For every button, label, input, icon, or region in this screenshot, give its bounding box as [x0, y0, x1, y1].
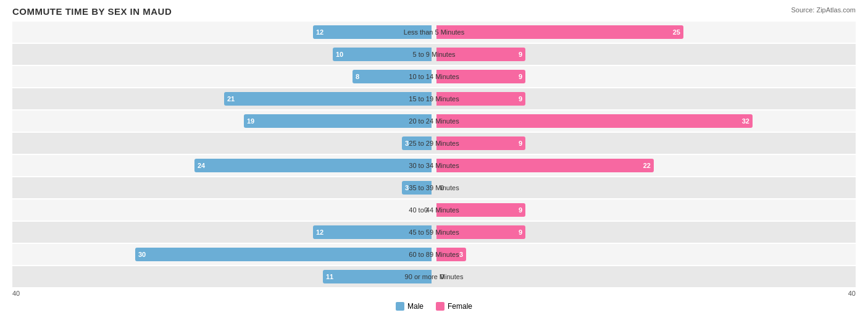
female-bar-section: 3 — [434, 244, 856, 265]
male-bar-section: 12 — [12, 222, 434, 243]
male-bar-value: 10 — [336, 51, 343, 58]
category-label: 90 or more Minutes — [405, 273, 464, 280]
male-bar-section: 12 — [12, 22, 434, 43]
male-bar: 21 — [224, 92, 432, 106]
female-bar-value: 3 — [459, 251, 463, 258]
male-bar-value: 21 — [227, 95, 235, 103]
male-bar: 30 — [135, 248, 432, 261]
female-bar-value: 9 — [519, 51, 522, 58]
legend-female-box — [436, 302, 444, 311]
female-bar-value: 22 — [643, 162, 651, 169]
axis-labels: 40 40 — [12, 290, 856, 297]
female-bar-section: 22 — [434, 155, 856, 176]
male-bar-section: 19 — [12, 111, 434, 132]
female-bar-section: 9 — [434, 222, 856, 243]
table-row: 325 to 29 Minutes9 — [12, 133, 856, 154]
category-label: 5 to 9 Minutes — [412, 51, 455, 58]
male-bar-section: 3 — [12, 133, 434, 154]
category-label: 40 to 44 Minutes — [409, 206, 459, 214]
female-bar-value: 9 — [519, 95, 522, 103]
male-bar-value: 3 — [405, 184, 409, 191]
bar-chart-rows: 12Less than 5 Minutes25105 to 9 Minutes9… — [12, 22, 856, 287]
table-row: 12Less than 5 Minutes25 — [12, 22, 856, 43]
chart-legend: Male Female — [12, 302, 856, 311]
category-label: Less than 5 Minutes — [404, 28, 464, 36]
female-bar-section: 0 — [434, 177, 856, 198]
table-row: 3060 to 89 Minutes3 — [12, 244, 856, 265]
male-bar-section: 30 — [12, 244, 434, 265]
male-bar: 24 — [194, 159, 432, 172]
category-label: 45 to 59 Minutes — [409, 229, 459, 236]
female-bar-value: 32 — [742, 117, 749, 125]
male-bar-value: 12 — [316, 28, 323, 36]
legend-female: Female — [436, 302, 472, 311]
legend-male-label: Male — [407, 302, 424, 311]
female-bar-section: 25 — [434, 22, 856, 43]
axis-right: 40 — [848, 290, 856, 297]
male-bar-value: 3 — [405, 140, 409, 147]
female-bar-value: 9 — [519, 229, 522, 236]
female-bar-section: 9 — [434, 88, 856, 109]
male-bar-section: 11 — [12, 266, 434, 287]
category-label: 20 to 24 Minutes — [409, 117, 459, 125]
female-bar-value: 9 — [519, 140, 522, 147]
male-bar-value: 8 — [356, 73, 359, 80]
table-row: 810 to 14 Minutes9 — [12, 66, 856, 87]
chart-container: COMMUTE TIME BY SEX IN MAUD Source: ZipA… — [0, 0, 868, 323]
male-bar-value: 12 — [316, 229, 323, 236]
table-row: 335 to 39 Minutes0 — [12, 177, 856, 198]
male-bar-section: 24 — [12, 155, 434, 176]
source-label: Source: ZipAtlas.com — [791, 6, 856, 14]
table-row: 1245 to 59 Minutes9 — [12, 222, 856, 243]
female-bar-section: 32 — [434, 111, 856, 132]
table-row: 2115 to 19 Minutes9 — [12, 88, 856, 109]
male-bar-section: 10 — [12, 44, 434, 65]
male-bar-value: 30 — [138, 251, 146, 258]
chart-title: COMMUTE TIME BY SEX IN MAUD — [12, 6, 856, 17]
legend-female-label: Female — [448, 302, 472, 311]
female-bar-section: 9 — [434, 66, 856, 87]
male-bar-value: 11 — [326, 273, 333, 280]
female-bar-section: 0 — [434, 266, 856, 287]
male-bar-value: 19 — [247, 117, 254, 125]
table-row: 105 to 9 Minutes9 — [12, 44, 856, 65]
female-bar-value: 9 — [519, 73, 522, 80]
female-bar-section: 9 — [434, 44, 856, 65]
male-bar: 19 — [244, 114, 432, 128]
male-bar-section: 21 — [12, 88, 434, 109]
female-bar-section: 9 — [434, 199, 856, 220]
table-row: 1190 or more Minutes0 — [12, 266, 856, 287]
category-label: 35 to 39 Minutes — [409, 184, 459, 191]
female-bar-value: 9 — [519, 206, 522, 214]
table-row: 2430 to 34 Minutes22 — [12, 155, 856, 176]
male-bar-value: 24 — [198, 162, 205, 169]
category-label: 10 to 14 Minutes — [409, 73, 459, 80]
male-bar-section: 3 — [12, 177, 434, 198]
female-bar: 25 — [436, 25, 683, 39]
table-row: 1920 to 24 Minutes32 — [12, 111, 856, 132]
category-label: 25 to 29 Minutes — [409, 140, 459, 147]
legend-male-box — [396, 302, 404, 311]
male-bar-section: 8 — [12, 66, 434, 87]
female-bar: 22 — [436, 159, 654, 172]
category-label: 30 to 34 Minutes — [409, 162, 459, 169]
male-bar-section: 0 — [12, 199, 434, 220]
legend-male: Male — [396, 302, 424, 311]
female-bar-section: 9 — [434, 133, 856, 154]
table-row: 040 to 44 Minutes9 — [12, 199, 856, 220]
female-bar: 32 — [436, 114, 753, 128]
category-label: 15 to 19 Minutes — [409, 95, 459, 103]
female-bar-value: 25 — [673, 28, 680, 36]
axis-left: 40 — [12, 290, 20, 297]
category-label: 60 to 89 Minutes — [409, 251, 459, 258]
